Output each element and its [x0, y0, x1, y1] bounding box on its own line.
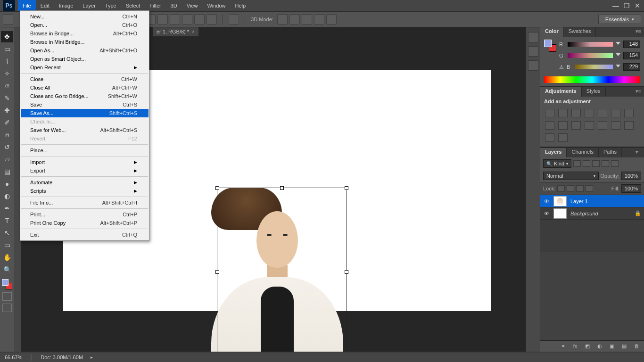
- doc-size[interactable]: Doc: 3.00M/1.60M: [41, 354, 83, 360]
- visibility-icon[interactable]: 👁: [543, 198, 550, 205]
- trash-icon[interactable]: 🗑: [633, 343, 640, 350]
- menu-item-file-info[interactable]: File Info...Alt+Shift+Ctrl+I: [21, 198, 149, 207]
- g-slider[interactable]: [568, 53, 613, 58]
- auto-align-icon[interactable]: [229, 14, 239, 25]
- color-balance-icon[interactable]: [624, 109, 634, 117]
- menu-item-place[interactable]: Place...: [21, 146, 149, 155]
- menu-item-save[interactable]: SaveCtrl+S: [21, 100, 149, 109]
- lock-pixels-icon[interactable]: [567, 185, 574, 192]
- menu-item-save-as[interactable]: Save As...Shift+Ctrl+S: [21, 109, 149, 117]
- r-slider[interactable]: [568, 42, 613, 47]
- menu-item-automate[interactable]: Automate▶: [21, 178, 149, 187]
- transform-bounds[interactable]: [217, 188, 347, 352]
- menu-filter[interactable]: Filter: [145, 0, 165, 11]
- distribute-icon[interactable]: [194, 14, 205, 25]
- distribute-icon[interactable]: [182, 14, 192, 25]
- document-tab[interactable]: er 1, RGB/8) * ×: [153, 27, 199, 36]
- layer-thumb[interactable]: [553, 196, 567, 206]
- properties-panel-icon[interactable]: [528, 46, 538, 57]
- visibility-icon[interactable]: 👁: [543, 210, 550, 217]
- menu-layer[interactable]: Layer: [78, 0, 100, 11]
- slide-3d-icon[interactable]: [314, 14, 324, 25]
- workspace-switcher[interactable]: Essentials ▾: [598, 15, 641, 24]
- lasso-tool[interactable]: ⌇: [1, 56, 13, 67]
- channels-tab[interactable]: Channels: [567, 148, 598, 157]
- marquee-tool[interactable]: ▭: [1, 43, 13, 55]
- handle-mr[interactable]: [345, 270, 348, 274]
- handle-tr[interactable]: [345, 186, 348, 190]
- menu-item-exit[interactable]: ExitCtrl+Q: [21, 230, 149, 239]
- layer-name[interactable]: Layer 1: [570, 198, 641, 204]
- menu-item-browse-in-mini-bridge[interactable]: Browse in Mini Bridge...: [21, 38, 149, 46]
- file-menu-dropdown[interactable]: New...Ctrl+NOpen...Ctrl+OBrowse in Bridg…: [20, 10, 149, 241]
- menu-file[interactable]: File: [18, 0, 36, 11]
- menu-item-export[interactable]: Export▶: [21, 166, 149, 175]
- lock-pos-icon[interactable]: [576, 185, 584, 192]
- levels-icon[interactable]: [558, 109, 568, 117]
- history-panel-icon[interactable]: [528, 32, 538, 42]
- menu-item-print[interactable]: Print...Ctrl+P: [21, 210, 149, 219]
- menu-item-browse-in-bridge[interactable]: Browse in Bridge...Alt+Ctrl+O: [21, 29, 149, 38]
- filter-type-icon[interactable]: [592, 160, 600, 167]
- blur-tool[interactable]: ●: [1, 178, 13, 189]
- fg-bg-swatch[interactable]: [544, 40, 556, 52]
- close-button[interactable]: ✕: [635, 2, 640, 9]
- opacity-value[interactable]: 100%: [621, 172, 641, 180]
- panel-menu-icon[interactable]: ▾≡: [633, 27, 644, 37]
- healing-tool[interactable]: ✚: [1, 105, 13, 116]
- handle-tl[interactable]: [215, 186, 219, 190]
- brightness-icon[interactable]: [545, 109, 554, 117]
- history-brush-tool[interactable]: ↺: [1, 141, 13, 153]
- mask-icon[interactable]: ◩: [584, 343, 591, 350]
- color-lookup-icon[interactable]: [585, 121, 594, 130]
- shape-tool[interactable]: ▭: [1, 239, 13, 251]
- dodge-tool[interactable]: ◐: [1, 190, 13, 202]
- maximize-button[interactable]: ❐: [624, 2, 630, 9]
- styles-tab[interactable]: Styles: [582, 87, 606, 97]
- pan-3d-icon[interactable]: [302, 14, 312, 25]
- r-value[interactable]: 148: [623, 41, 640, 48]
- new-layer-icon[interactable]: ▤: [620, 343, 628, 350]
- menu-item-close-all[interactable]: Close AllAlt+Ctrl+W: [21, 83, 149, 92]
- menu-window[interactable]: Window: [202, 0, 230, 11]
- quick-mask-toggle[interactable]: [2, 292, 12, 301]
- orbit-3d-icon[interactable]: [277, 14, 288, 25]
- quick-select-tool[interactable]: ✧: [1, 68, 13, 79]
- brush-tool[interactable]: ✐: [1, 117, 13, 128]
- fx-icon[interactable]: fx: [571, 343, 579, 350]
- distribute-icon[interactable]: [170, 14, 180, 25]
- crop-tool[interactable]: ⟃: [1, 80, 13, 91]
- move-tool[interactable]: ✥: [1, 31, 13, 42]
- group-icon[interactable]: ▣: [608, 343, 616, 350]
- gradient-map-icon[interactable]: [545, 133, 554, 142]
- menu-item-open-recent[interactable]: Open Recent▶: [21, 63, 149, 72]
- adjustments-tab[interactable]: Adjustments: [540, 87, 582, 97]
- fill-adj-icon[interactable]: ◐: [596, 343, 603, 350]
- menu-item-open-as-smart-object[interactable]: Open as Smart Object...: [21, 55, 149, 63]
- layers-tab[interactable]: Layers: [540, 148, 567, 157]
- filter-shape-icon[interactable]: [602, 160, 609, 167]
- spectrum-bar[interactable]: [544, 76, 640, 83]
- zoom-tool[interactable]: 🔍: [1, 264, 13, 275]
- hand-tool[interactable]: ✋: [1, 252, 13, 263]
- layer-thumb[interactable]: [553, 208, 567, 219]
- panel-menu-icon[interactable]: ▾≡: [633, 87, 644, 97]
- distribute-icon[interactable]: [206, 14, 217, 25]
- lock-trans-icon[interactable]: [557, 185, 565, 192]
- layer-row[interactable]: 👁 Background 🔒: [540, 207, 644, 220]
- roll-3d-icon[interactable]: [289, 14, 300, 25]
- menu-item-save-for-web[interactable]: Save for Web...Alt+Shift+Ctrl+S: [21, 126, 149, 134]
- menu-item-close-and-go-to-bridge[interactable]: Close and Go to Bridge...Shift+Ctrl+W: [21, 92, 149, 100]
- pen-tool[interactable]: ✒: [1, 203, 13, 214]
- posterize-icon[interactable]: [611, 121, 620, 130]
- filter-smart-icon[interactable]: [611, 160, 619, 167]
- g-value[interactable]: 154: [623, 52, 640, 59]
- stamp-tool[interactable]: ⧈: [1, 129, 13, 140]
- panel-menu-icon[interactable]: ▾≡: [633, 148, 644, 157]
- zoom-level[interactable]: 66.67%: [5, 354, 22, 360]
- menu-item-import[interactable]: Import▶: [21, 158, 149, 166]
- path-select-tool[interactable]: ↖: [1, 227, 13, 239]
- menu-item-close[interactable]: CloseCtrl+W: [21, 75, 149, 83]
- bw-icon[interactable]: [545, 121, 554, 130]
- menu-view[interactable]: View: [182, 0, 203, 11]
